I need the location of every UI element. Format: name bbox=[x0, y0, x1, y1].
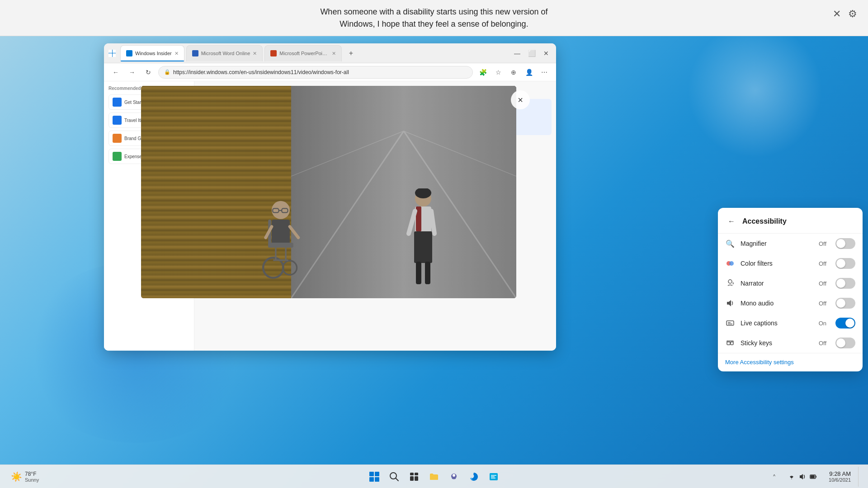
more-button[interactable]: ⋯ bbox=[538, 66, 551, 79]
mono-audio-icon bbox=[725, 298, 735, 308]
svg-point-45 bbox=[453, 474, 455, 477]
taskbar-left: ☀️ 78°F Sunny bbox=[7, 469, 42, 484]
forward-button[interactable]: → bbox=[126, 66, 138, 79]
notification-gear-button[interactable]: ⚙ bbox=[848, 8, 857, 20]
live-captions-icon bbox=[725, 318, 735, 328]
card-icon-travel bbox=[113, 116, 122, 125]
sticky-keys-icon bbox=[725, 338, 735, 348]
card-icon-expense bbox=[113, 152, 122, 161]
svg-rect-52 bbox=[816, 476, 816, 478]
extensions-button[interactable]: 🧩 bbox=[476, 66, 489, 79]
magnifier-item[interactable]: 🔍 Magnifier Off bbox=[718, 234, 863, 253]
minimize-button[interactable]: — bbox=[511, 47, 524, 60]
sticky-keys-toggle[interactable] bbox=[835, 338, 855, 348]
close-window-button[interactable]: ✕ bbox=[540, 47, 552, 60]
date-text: 10/6/2021 bbox=[829, 477, 851, 483]
tab-word-close[interactable]: ✕ bbox=[253, 51, 257, 56]
show-desktop-button[interactable] bbox=[858, 467, 861, 487]
win-square-4 bbox=[375, 477, 379, 482]
panel-footer: More Accessibility settings bbox=[718, 353, 863, 368]
maximize-button[interactable]: ⬜ bbox=[525, 47, 538, 60]
profile-button[interactable]: 👤 bbox=[523, 66, 535, 79]
refresh-button[interactable]: ↻ bbox=[142, 66, 155, 79]
favorites-button[interactable]: ☆ bbox=[492, 66, 505, 79]
address-bar[interactable]: 🔒 https://insider.windows.com/en-us/insi… bbox=[158, 66, 473, 79]
video-tint bbox=[141, 86, 516, 298]
start-button[interactable] bbox=[365, 468, 383, 486]
browser-nav-bar: ← → ↻ 🔒 https://insider.windows.com/en-u… bbox=[104, 63, 556, 81]
file-explorer-icon bbox=[429, 472, 439, 482]
close-icon: × bbox=[518, 95, 523, 105]
svg-rect-40 bbox=[415, 473, 418, 475]
tab-word-online[interactable]: Microsoft Word Online ✕ bbox=[186, 45, 263, 61]
mono-audio-label: Mono audio bbox=[741, 300, 813, 307]
volume-icon bbox=[799, 473, 806, 480]
svg-rect-41 bbox=[410, 476, 414, 481]
live-captions-status: On bbox=[819, 320, 826, 327]
narrator-icon bbox=[725, 278, 735, 288]
win-square-1 bbox=[369, 472, 374, 476]
tab-insider-close[interactable]: ✕ bbox=[175, 51, 179, 56]
chat-button[interactable] bbox=[445, 468, 463, 486]
tab-insider-label: Windows Insider bbox=[135, 51, 172, 56]
tray-chevron-icon: ^ bbox=[773, 474, 775, 479]
edge-browser-button[interactable] bbox=[465, 468, 483, 486]
file-explorer-button[interactable] bbox=[425, 468, 443, 486]
clock-display[interactable]: 9:28 AM 10/6/2021 bbox=[825, 469, 854, 484]
live-captions-label: Live captions bbox=[741, 319, 813, 327]
card-icon-getstarted bbox=[113, 98, 122, 107]
network-sound-battery[interactable] bbox=[783, 470, 821, 483]
browser-favicon bbox=[108, 49, 117, 58]
narrator-toggle[interactable] bbox=[835, 278, 855, 289]
search-taskbar-button[interactable] bbox=[385, 468, 403, 486]
chat-icon bbox=[449, 472, 459, 482]
sticky-keys-label: Sticky keys bbox=[741, 339, 813, 347]
news-button[interactable] bbox=[485, 468, 503, 486]
panel-back-button[interactable]: ← bbox=[725, 215, 738, 228]
collections-button[interactable]: ⊕ bbox=[507, 66, 520, 79]
tab-ppt-online[interactable]: Microsoft PowerPoint Online ✕ bbox=[264, 45, 342, 61]
card-icon-brand bbox=[113, 134, 122, 143]
svg-marker-30 bbox=[727, 300, 731, 306]
color-filters-item[interactable]: Color filters Off bbox=[718, 253, 863, 273]
narrator-item[interactable]: Narrator Off bbox=[718, 273, 863, 293]
svg-rect-42 bbox=[415, 476, 418, 481]
sticky-keys-status: Off bbox=[819, 340, 826, 347]
news-icon bbox=[489, 472, 499, 482]
back-button[interactable]: ← bbox=[109, 66, 122, 79]
mono-audio-item[interactable]: Mono audio Off bbox=[718, 293, 863, 313]
url-text[interactable]: https://insider.windows.com/en-us/inside… bbox=[173, 69, 349, 75]
video-player[interactable] bbox=[141, 86, 516, 298]
accessibility-panel: ← Accessibility 🔍 Magnifier Off Color fi… bbox=[718, 208, 863, 371]
magnifier-toggle[interactable] bbox=[835, 238, 855, 249]
video-close-button[interactable]: × bbox=[511, 90, 530, 109]
weather-widget[interactable]: ☀️ 78°F Sunny bbox=[7, 469, 42, 484]
time-text: 9:28 AM bbox=[829, 470, 851, 477]
svg-rect-53 bbox=[811, 475, 815, 478]
live-captions-item[interactable]: Live captions On bbox=[718, 313, 863, 333]
video-scene bbox=[141, 86, 516, 298]
tab-ppt-close[interactable]: ✕ bbox=[332, 51, 336, 56]
sticky-keys-item[interactable]: Sticky keys Off bbox=[718, 333, 863, 353]
network-icon bbox=[788, 473, 795, 480]
tab-ppt-icon bbox=[270, 50, 277, 56]
weather-icon: ☀️ bbox=[11, 471, 22, 482]
panel-title: Accessibility bbox=[742, 217, 787, 225]
system-tray[interactable]: ^ bbox=[769, 471, 780, 482]
tab-word-label: Microsoft Word Online bbox=[201, 51, 250, 56]
more-accessibility-settings-link[interactable]: More Accessibility settings bbox=[725, 359, 794, 366]
svg-rect-31 bbox=[726, 321, 734, 325]
svg-point-28 bbox=[729, 261, 734, 266]
tab-windows-insider[interactable]: Windows Insider ✕ bbox=[120, 45, 184, 61]
mono-audio-toggle[interactable] bbox=[835, 298, 855, 309]
task-view-button[interactable] bbox=[405, 468, 423, 486]
notification-close-button[interactable]: ✕ bbox=[833, 8, 841, 20]
win-square-3 bbox=[369, 477, 374, 482]
live-captions-toggle[interactable] bbox=[835, 318, 855, 328]
task-view-icon bbox=[409, 472, 419, 482]
svg-rect-43 bbox=[430, 475, 438, 480]
new-tab-button[interactable]: + bbox=[344, 46, 358, 61]
color-filters-toggle[interactable] bbox=[835, 258, 855, 269]
color-filters-icon bbox=[725, 258, 735, 268]
win-square-2 bbox=[375, 472, 379, 476]
